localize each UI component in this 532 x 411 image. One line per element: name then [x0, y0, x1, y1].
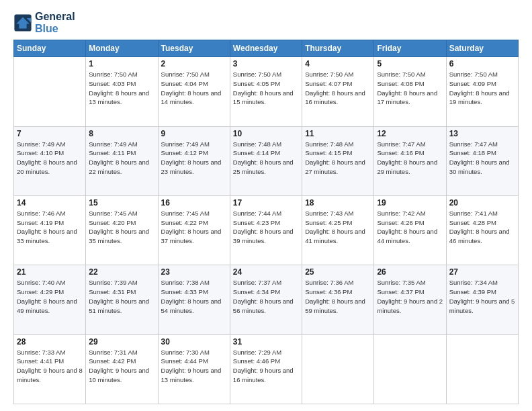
day-number: 2	[161, 59, 227, 68]
calendar-cell: 11 Sunrise: 7:48 AMSunset: 4:15 PMDaylig…	[302, 126, 374, 195]
calendar-cell	[446, 334, 518, 404]
day-number: 13	[449, 129, 515, 138]
calendar-page: General Blue SundayMondayTuesdayWednesda…	[0, 0, 532, 411]
day-number: 31	[233, 337, 299, 347]
day-detail: Sunrise: 7:39 AMSunset: 4:31 PMDaylight:…	[89, 278, 154, 315]
day-detail: Sunrise: 7:33 AMSunset: 4:41 PMDaylight:…	[17, 348, 83, 385]
calendar-cell: 6 Sunrise: 7:50 AMSunset: 4:09 PMDayligh…	[446, 57, 518, 126]
weekday-header-wednesday: Wednesday	[230, 40, 302, 57]
day-number: 14	[17, 198, 83, 208]
day-detail: Sunrise: 7:50 AMSunset: 4:05 PMDaylight:…	[233, 70, 299, 107]
day-detail: Sunrise: 7:50 AMSunset: 4:04 PMDaylight:…	[161, 70, 227, 107]
calendar-cell: 31 Sunrise: 7:29 AMSunset: 4:46 PMDaylig…	[230, 334, 302, 404]
day-number: 27	[449, 267, 515, 277]
calendar-cell: 14 Sunrise: 7:46 AMSunset: 4:19 PMDaylig…	[14, 195, 86, 265]
day-detail: Sunrise: 7:49 AMSunset: 4:12 PMDaylight:…	[161, 140, 227, 177]
calendar-cell: 25 Sunrise: 7:36 AMSunset: 4:36 PMDaylig…	[302, 265, 374, 334]
day-number: 29	[89, 337, 154, 347]
calendar-cell: 3 Sunrise: 7:50 AMSunset: 4:05 PMDayligh…	[230, 57, 302, 126]
calendar-cell: 9 Sunrise: 7:49 AMSunset: 4:12 PMDayligh…	[158, 126, 230, 195]
day-detail: Sunrise: 7:49 AMSunset: 4:10 PMDaylight:…	[17, 140, 83, 177]
day-number: 12	[377, 129, 443, 138]
calendar-cell: 10 Sunrise: 7:48 AMSunset: 4:14 PMDaylig…	[230, 126, 302, 195]
day-number: 20	[449, 198, 515, 208]
calendar-cell: 5 Sunrise: 7:50 AMSunset: 4:08 PMDayligh…	[374, 57, 446, 126]
weekday-header-thursday: Thursday	[302, 40, 374, 57]
day-detail: Sunrise: 7:45 AMSunset: 4:22 PMDaylight:…	[161, 209, 227, 246]
day-number: 11	[305, 129, 371, 138]
calendar-cell: 26 Sunrise: 7:35 AMSunset: 4:37 PMDaylig…	[374, 265, 446, 334]
day-detail: Sunrise: 7:41 AMSunset: 4:28 PMDaylight:…	[449, 209, 515, 246]
day-detail: Sunrise: 7:50 AMSunset: 4:07 PMDaylight:…	[305, 70, 371, 107]
calendar-cell: 18 Sunrise: 7:43 AMSunset: 4:25 PMDaylig…	[302, 195, 374, 265]
week-row-2: 7 Sunrise: 7:49 AMSunset: 4:10 PMDayligh…	[14, 126, 519, 195]
calendar-cell: 19 Sunrise: 7:42 AMSunset: 4:26 PMDaylig…	[374, 195, 446, 265]
day-number: 18	[305, 198, 371, 208]
calendar-cell: 1 Sunrise: 7:50 AMSunset: 4:03 PMDayligh…	[86, 57, 158, 126]
week-row-3: 14 Sunrise: 7:46 AMSunset: 4:19 PMDaylig…	[14, 195, 519, 265]
day-detail: Sunrise: 7:46 AMSunset: 4:19 PMDaylight:…	[17, 209, 83, 246]
weekday-header-saturday: Saturday	[446, 40, 518, 57]
day-number: 8	[89, 129, 154, 138]
day-detail: Sunrise: 7:40 AMSunset: 4:29 PMDaylight:…	[17, 278, 83, 315]
day-detail: Sunrise: 7:50 AMSunset: 4:08 PMDaylight:…	[377, 70, 443, 107]
day-detail: Sunrise: 7:47 AMSunset: 4:16 PMDaylight:…	[377, 140, 443, 177]
calendar-cell: 8 Sunrise: 7:49 AMSunset: 4:11 PMDayligh…	[86, 126, 158, 195]
day-number: 21	[17, 267, 83, 277]
day-detail: Sunrise: 7:50 AMSunset: 4:03 PMDaylight:…	[89, 70, 154, 107]
calendar-cell: 22 Sunrise: 7:39 AMSunset: 4:31 PMDaylig…	[86, 265, 158, 334]
calendar-cell	[302, 334, 374, 404]
weekday-header-sunday: Sunday	[14, 40, 86, 57]
calendar-cell: 20 Sunrise: 7:41 AMSunset: 4:28 PMDaylig…	[446, 195, 518, 265]
day-number: 4	[305, 59, 371, 68]
day-detail: Sunrise: 7:30 AMSunset: 4:44 PMDaylight:…	[161, 348, 227, 385]
calendar-cell: 28 Sunrise: 7:33 AMSunset: 4:41 PMDaylig…	[14, 334, 86, 404]
calendar-cell: 13 Sunrise: 7:47 AMSunset: 4:18 PMDaylig…	[446, 126, 518, 195]
day-detail: Sunrise: 7:44 AMSunset: 4:23 PMDaylight:…	[233, 209, 299, 246]
logo-text: General Blue	[35, 11, 75, 34]
calendar-cell: 30 Sunrise: 7:30 AMSunset: 4:44 PMDaylig…	[158, 334, 230, 404]
calendar-cell	[14, 57, 86, 126]
weekday-header-row: SundayMondayTuesdayWednesdayThursdayFrid…	[14, 40, 519, 57]
day-number: 22	[89, 267, 154, 277]
calendar-cell: 21 Sunrise: 7:40 AMSunset: 4:29 PMDaylig…	[14, 265, 86, 334]
calendar-cell: 4 Sunrise: 7:50 AMSunset: 4:07 PMDayligh…	[302, 57, 374, 126]
day-number: 6	[449, 59, 515, 68]
day-number: 30	[161, 337, 227, 347]
day-number: 17	[233, 198, 299, 208]
calendar-cell: 2 Sunrise: 7:50 AMSunset: 4:04 PMDayligh…	[158, 57, 230, 126]
calendar-cell: 12 Sunrise: 7:47 AMSunset: 4:16 PMDaylig…	[374, 126, 446, 195]
day-detail: Sunrise: 7:50 AMSunset: 4:09 PMDaylight:…	[449, 70, 515, 107]
day-number: 16	[161, 198, 227, 208]
day-detail: Sunrise: 7:38 AMSunset: 4:33 PMDaylight:…	[161, 278, 227, 315]
day-detail: Sunrise: 7:47 AMSunset: 4:18 PMDaylight:…	[449, 140, 515, 177]
calendar-cell: 27 Sunrise: 7:34 AMSunset: 4:39 PMDaylig…	[446, 265, 518, 334]
day-detail: Sunrise: 7:31 AMSunset: 4:42 PMDaylight:…	[89, 348, 154, 385]
calendar-table: SundayMondayTuesdayWednesdayThursdayFrid…	[13, 40, 519, 404]
day-detail: Sunrise: 7:43 AMSunset: 4:25 PMDaylight:…	[305, 209, 371, 246]
calendar-cell: 7 Sunrise: 7:49 AMSunset: 4:10 PMDayligh…	[14, 126, 86, 195]
weekday-header-friday: Friday	[374, 40, 446, 57]
weekday-header-tuesday: Tuesday	[158, 40, 230, 57]
day-detail: Sunrise: 7:45 AMSunset: 4:20 PMDaylight:…	[89, 209, 154, 246]
day-detail: Sunrise: 7:49 AMSunset: 4:11 PMDaylight:…	[89, 140, 154, 177]
day-number: 7	[17, 129, 83, 138]
calendar-cell: 16 Sunrise: 7:45 AMSunset: 4:22 PMDaylig…	[158, 195, 230, 265]
header: General Blue	[13, 11, 519, 34]
day-detail: Sunrise: 7:48 AMSunset: 4:15 PMDaylight:…	[305, 140, 371, 177]
day-detail: Sunrise: 7:35 AMSunset: 4:37 PMDaylight:…	[377, 278, 443, 315]
day-number: 28	[17, 337, 83, 347]
weekday-header-monday: Monday	[86, 40, 158, 57]
day-number: 5	[377, 59, 443, 68]
day-number: 24	[233, 267, 299, 277]
day-number: 9	[161, 129, 227, 138]
week-row-4: 21 Sunrise: 7:40 AMSunset: 4:29 PMDaylig…	[14, 265, 519, 334]
day-number: 10	[233, 129, 299, 138]
calendar-cell: 29 Sunrise: 7:31 AMSunset: 4:42 PMDaylig…	[86, 334, 158, 404]
logo-icon	[13, 13, 32, 32]
day-detail: Sunrise: 7:29 AMSunset: 4:46 PMDaylight:…	[233, 348, 299, 385]
day-number: 23	[161, 267, 227, 277]
day-number: 25	[305, 267, 371, 277]
day-detail: Sunrise: 7:42 AMSunset: 4:26 PMDaylight:…	[377, 209, 443, 246]
day-number: 3	[233, 59, 299, 68]
